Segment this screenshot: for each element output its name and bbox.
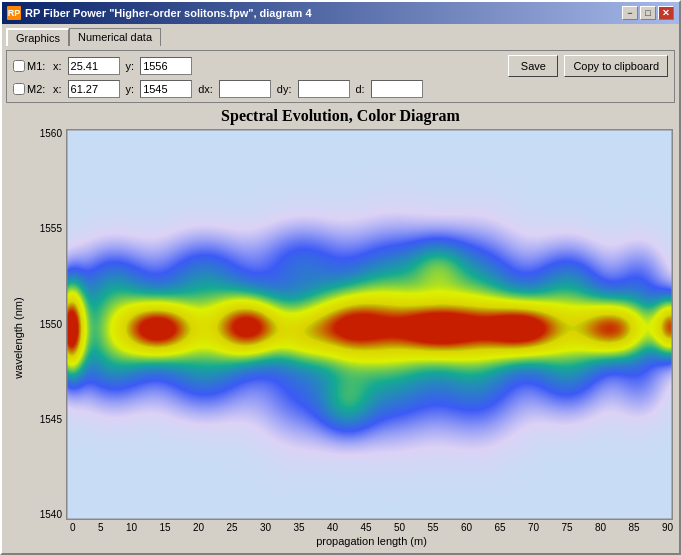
m1-y-label: y: xyxy=(126,60,135,72)
m2-x-label: x: xyxy=(53,83,62,95)
window-controls: − □ ✕ xyxy=(622,6,674,20)
m1-checkbox-label: M1: xyxy=(13,60,47,72)
chart-title: Spectral Evolution, Color Diagram xyxy=(221,107,460,125)
m1-y-input[interactable] xyxy=(140,57,192,75)
close-button[interactable]: ✕ xyxy=(658,6,674,20)
chart-area: Spectral Evolution, Color Diagram wavele… xyxy=(6,103,675,549)
x-ticks: 0 5 10 15 20 25 30 35 40 45 50 55 xyxy=(70,520,673,533)
tab-graphics[interactable]: Graphics xyxy=(6,28,69,46)
x-tick-15: 75 xyxy=(561,522,572,533)
save-button[interactable]: Save xyxy=(508,55,558,77)
m1-x-input[interactable] xyxy=(68,57,120,75)
m2-label: M2: xyxy=(27,83,47,95)
x-tick-17: 85 xyxy=(628,522,639,533)
x-tick-2: 10 xyxy=(126,522,137,533)
x-tick-3: 15 xyxy=(159,522,170,533)
dy-label: dy: xyxy=(277,83,292,95)
x-tick-1: 5 xyxy=(98,522,104,533)
m1-x-label: x: xyxy=(53,60,62,72)
x-tick-6: 30 xyxy=(260,522,271,533)
chart-container: wavelength (nm) 1560 1555 1550 1545 1540 xyxy=(8,129,673,547)
x-tick-8: 40 xyxy=(327,522,338,533)
x-tick-0: 0 xyxy=(70,522,76,533)
minimize-button[interactable]: − xyxy=(622,6,638,20)
x-tick-14: 70 xyxy=(528,522,539,533)
dy-input[interactable] xyxy=(298,80,350,98)
m1-checkbox[interactable] xyxy=(13,60,25,72)
y-axis-label-container: wavelength (nm) xyxy=(8,129,28,547)
x-tick-7: 35 xyxy=(293,522,304,533)
x-tick-12: 60 xyxy=(461,522,472,533)
dx-label: dx: xyxy=(198,83,213,95)
window-title: RP Fiber Power "Higher-order solitons.fp… xyxy=(25,7,312,19)
copy-to-clipboard-button[interactable]: Copy to clipboard xyxy=(564,55,668,77)
m2-y-input[interactable] xyxy=(140,80,192,98)
m2-checkbox-label: M2: xyxy=(13,83,47,95)
app-icon: RP xyxy=(7,6,21,20)
dx-input[interactable] xyxy=(219,80,271,98)
y-ticks: 1560 1555 1550 1545 1540 xyxy=(28,129,66,520)
maximize-button[interactable]: □ xyxy=(640,6,656,20)
main-window: RP RP Fiber Power "Higher-order solitons… xyxy=(0,0,681,555)
tab-bar: Graphics Numerical data xyxy=(6,28,675,46)
m1-label: M1: xyxy=(27,60,47,72)
m2-y-label: y: xyxy=(126,83,135,95)
x-tick-4: 20 xyxy=(193,522,204,533)
x-tick-16: 80 xyxy=(595,522,606,533)
x-tick-5: 25 xyxy=(226,522,237,533)
d-input[interactable] xyxy=(371,80,423,98)
y-tick-1: 1555 xyxy=(40,224,62,234)
m2-x-input[interactable] xyxy=(68,80,120,98)
y-tick-2: 1550 xyxy=(40,320,62,330)
x-tick-18: 90 xyxy=(662,522,673,533)
window-body: Graphics Numerical data M1: x: y: Save C… xyxy=(2,24,679,553)
chart-inner: 1560 1555 1550 1545 1540 xyxy=(28,129,673,520)
x-axis-label: propagation length (m) xyxy=(70,535,673,547)
y-tick-4: 1540 xyxy=(40,510,62,520)
x-tick-10: 50 xyxy=(394,522,405,533)
y-axis-label: wavelength (nm) xyxy=(12,297,24,378)
x-tick-11: 55 xyxy=(427,522,438,533)
x-tick-9: 45 xyxy=(360,522,371,533)
d-label: d: xyxy=(356,83,365,95)
m2-checkbox[interactable] xyxy=(13,83,25,95)
tab-numerical-data[interactable]: Numerical data xyxy=(69,28,161,46)
controls-area: M1: x: y: Save Copy to clipboard M2: x: … xyxy=(6,50,675,103)
y-tick-3: 1545 xyxy=(40,415,62,425)
y-tick-0: 1560 xyxy=(40,129,62,139)
plot-area[interactable] xyxy=(66,129,673,520)
x-tick-13: 65 xyxy=(494,522,505,533)
spectral-canvas xyxy=(67,130,672,519)
title-bar: RP RP Fiber Power "Higher-order solitons… xyxy=(2,2,679,24)
x-axis-row: 0 5 10 15 20 25 30 35 40 45 50 55 xyxy=(70,520,673,533)
chart-with-axes: 1560 1555 1550 1545 1540 0 xyxy=(28,129,673,547)
